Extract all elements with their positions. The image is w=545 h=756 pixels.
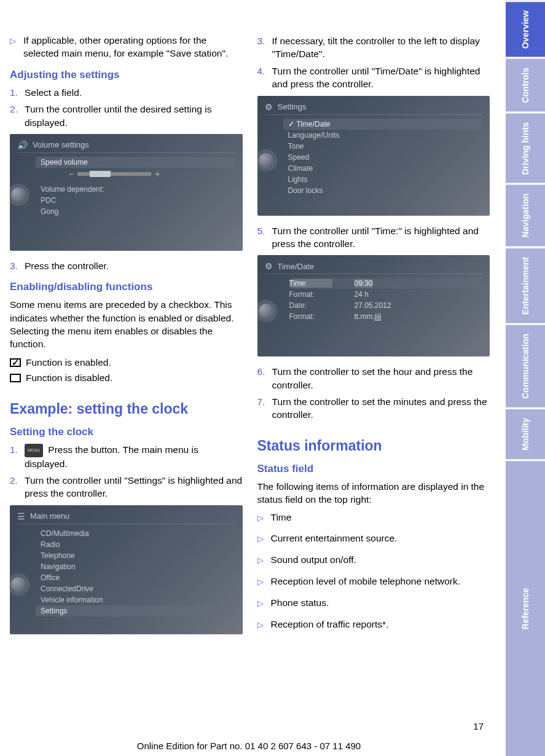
section-tab[interactable]: Controls [506, 57, 545, 112]
section-tab[interactable]: Navigation [506, 183, 545, 246]
screenshot-settings: ⚙Settings ✓Time/DateLanguage/UnitsToneSp… [257, 96, 490, 216]
bullet-item: ▷Phone status. [257, 597, 490, 610]
footer-text: Online Edition for Part no. 01 40 2 607 … [0, 741, 498, 751]
clock-step-7: 7.Turn the controller to set the minutes… [257, 395, 490, 422]
section-tab[interactable]: Communication [506, 323, 545, 408]
triangle-bullet-icon: ▷ [257, 577, 264, 588]
step-1: 1.Select a field. [10, 86, 243, 99]
heading-status-field: Status field [257, 463, 490, 475]
menu-button-icon: MENU [25, 444, 43, 457]
section-tab[interactable]: Reference [506, 459, 545, 756]
checkbox-unchecked-icon [10, 374, 21, 382]
bullet-item: ▷Reception of traffic reports*. [257, 618, 490, 631]
screenshot-volume-settings: 🔊Volume settings Speed volume −+ Volume … [10, 134, 243, 251]
section-tab[interactable]: Mobility [506, 408, 545, 459]
controller-knob-icon [259, 153, 273, 168]
section-tab[interactable]: Entertainment [506, 246, 545, 323]
menu-icon: ☰ [17, 511, 25, 521]
speaker-icon: 🔊 [17, 140, 28, 150]
bullet-item: ▷Sound output on/off. [257, 554, 490, 567]
checkbox-enabled-row: Function is enabled. [10, 356, 243, 369]
clock-step-1: 1. MENU Press the button. The main menu … [10, 443, 243, 470]
bullet-item: ▷Time [257, 511, 490, 524]
heading-enabling: Enabling/disabling functions [10, 281, 243, 293]
checkbox-disabled-row: Function is disabled. [10, 371, 243, 384]
section-tab[interactable]: Overview [506, 0, 545, 57]
step-2: 2.Turn the controller until the desired … [10, 103, 243, 129]
clock-step-3: 3.If necessary, tilt the controller to t… [257, 34, 490, 61]
menu-row-selected: Speed volume [36, 157, 235, 168]
triangle-bullet-icon: ▷ [257, 534, 264, 545]
controller-knob-icon [259, 304, 273, 318]
bullet-item: ▷Current entertainment source. [257, 532, 490, 545]
page-number: 17 [473, 721, 484, 731]
heading-adjusting: Adjusting the settings [10, 69, 243, 81]
triangle-bullet-icon: ▷ [257, 598, 264, 610]
clock-step-2: 2.Turn the controller until "Settings" i… [10, 474, 243, 500]
triangle-bullet-icon: ▷ [257, 620, 264, 631]
heading-example: Example: setting the clock [10, 401, 243, 417]
screenshot-time-date: ⚙Time/Date Time:09:30Format:24 hDate:27.… [257, 255, 490, 356]
heading-status-info: Status information [257, 438, 490, 454]
clock-step-5: 5.Turn the controller until "Time:" is h… [257, 224, 490, 251]
section-tab[interactable]: Driving hints [506, 112, 545, 184]
controller-knob-icon [11, 577, 26, 592]
triangle-bullet-icon: ▷ [257, 513, 264, 524]
checkbox-checked-icon [10, 358, 21, 367]
gear-icon: ⚙ [265, 102, 273, 112]
heading-setting-clock: Setting the clock [10, 426, 243, 438]
controller-knob-icon [11, 187, 26, 202]
clock-step-6: 6.Turn the controller to set the hour an… [257, 365, 490, 392]
enable-paragraph: Some menu items are preceded by a checkb… [10, 298, 243, 351]
screenshot-main-menu: ☰Main menu CD/MultimediaRadioTelephoneNa… [10, 505, 243, 634]
intro-text: If applicable, other operating options f… [23, 34, 243, 60]
bullet-item: ▷ If applicable, other operating options… [10, 34, 243, 60]
status-paragraph: The following items of information are d… [257, 480, 490, 506]
triangle-bullet-icon: ▷ [10, 36, 16, 60]
gear-icon: ⚙ [265, 261, 273, 271]
bullet-item: ▷Reception level of mobile telephone net… [257, 575, 490, 588]
section-tabs: OverviewControlsDriving hintsNavigationE… [506, 0, 545, 756]
clock-step-4: 4.Turn the controller until "Time/Date" … [257, 65, 490, 91]
step-3: 3.Press the controller. [10, 259, 243, 272]
triangle-bullet-icon: ▷ [257, 555, 264, 567]
